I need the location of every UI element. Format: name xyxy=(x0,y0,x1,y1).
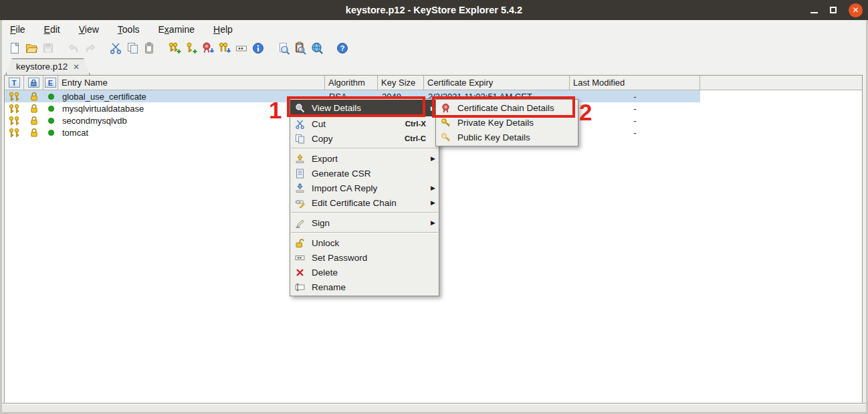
new-keystore-icon xyxy=(8,41,21,55)
open-keystore-icon xyxy=(25,41,38,55)
toolbar: ? xyxy=(2,38,866,58)
examine-ssl-icon xyxy=(310,41,324,55)
expiry-ok-icon xyxy=(43,130,58,136)
menu-item-cut[interactable]: Cut Ctrl-X xyxy=(290,116,439,131)
menu-item-set-password[interactable]: Set Password xyxy=(290,250,439,265)
save-keystore-icon xyxy=(41,41,55,55)
copy-icon xyxy=(294,134,306,144)
shortcut-label: Ctrl-X xyxy=(405,120,426,128)
generate-key-pair-icon xyxy=(168,41,181,55)
properties-button[interactable] xyxy=(249,39,266,56)
key-pair-entry-icon xyxy=(5,92,24,102)
expiry-ok-icon xyxy=(43,118,58,124)
examine-clipboard-button[interactable] xyxy=(292,39,308,56)
cut-icon xyxy=(109,41,122,55)
entry-last-modified: - xyxy=(570,128,700,138)
menu-item-rename[interactable]: Rename xyxy=(290,280,439,294)
set-password-icon xyxy=(235,41,248,55)
help-button[interactable]: ? xyxy=(334,39,350,56)
menu-item-public-key-details[interactable]: Public Key Details xyxy=(436,130,578,144)
entry-name: secondmysqlvdb xyxy=(58,116,325,126)
close-button[interactable]: ✕ xyxy=(849,3,863,17)
lock-column-icon xyxy=(28,78,39,88)
generate-key-pair-button[interactable] xyxy=(166,39,183,56)
examine-file-icon xyxy=(277,41,290,55)
paste-button[interactable] xyxy=(140,39,157,56)
maximize-button[interactable] xyxy=(830,7,837,13)
column-entry-name[interactable]: Entry Name xyxy=(58,76,325,90)
menu-item-delete[interactable]: Delete xyxy=(290,265,439,280)
export-icon xyxy=(294,154,306,164)
menu-tools[interactable]: Tools xyxy=(118,24,140,35)
column-algorithm[interactable]: Algorithm xyxy=(325,76,378,90)
menu-item-generate-csr[interactable]: Generate CSR xyxy=(290,166,439,181)
import-trusted-certificate-button[interactable] xyxy=(199,39,216,56)
column-expiry-status[interactable]: E xyxy=(43,76,58,90)
entry-name: mysqlvirtualdatabase xyxy=(58,104,325,114)
copy-button[interactable] xyxy=(124,39,140,56)
menu-item-sign[interactable]: Sign ▶ xyxy=(290,215,439,230)
tabstrip: keystore.p12 ✕ xyxy=(2,58,866,75)
new-keystore-button[interactable] xyxy=(6,39,23,56)
window-title: keystore.p12 - KeyStore Explorer 5.4.2 xyxy=(346,5,522,15)
examine-ssl-button[interactable] xyxy=(308,39,325,56)
examine-file-button[interactable] xyxy=(275,39,292,56)
column-last-modified[interactable]: Last Modified xyxy=(570,76,700,90)
toolbar-separator xyxy=(325,38,334,58)
expiry-ok-icon xyxy=(43,106,58,112)
generate-csr-icon xyxy=(294,169,306,179)
import-key-pair-icon xyxy=(218,41,231,55)
menu-item-copy[interactable]: Copy Ctrl-C xyxy=(290,131,439,146)
menu-item-unlock[interactable]: Unlock xyxy=(290,235,439,250)
unlock-icon xyxy=(294,238,306,248)
generate-secret-key-button[interactable] xyxy=(183,39,199,56)
redo-button[interactable] xyxy=(82,39,98,56)
menu-item-edit-certificate-chain[interactable]: Edit Certificate Chain ▶ xyxy=(290,195,439,210)
cut-button[interactable] xyxy=(107,39,124,56)
titlebar: keystore.p12 - KeyStore Explorer 5.4.2 ✕ xyxy=(0,0,868,20)
minimize-button[interactable] xyxy=(810,12,818,13)
menubar: File Edit View Tools Examine Help xyxy=(2,20,866,38)
delete-icon xyxy=(294,268,306,278)
locked-entry-icon xyxy=(24,128,43,138)
undo-button[interactable] xyxy=(65,39,82,56)
annotation-step-1: 1 xyxy=(269,98,282,122)
tab-close-icon[interactable]: ✕ xyxy=(73,62,80,72)
column-lock-status[interactable] xyxy=(24,76,43,90)
menu-edit[interactable]: Edit xyxy=(44,24,60,35)
open-keystore-button[interactable] xyxy=(23,39,39,56)
svg-text:?: ? xyxy=(340,44,344,52)
sign-icon xyxy=(294,218,306,228)
help-icon: ? xyxy=(336,41,349,55)
column-certificate-expiry[interactable]: Certificate Expiry xyxy=(424,76,570,90)
private-key-icon xyxy=(440,118,451,128)
examine-clipboard-icon xyxy=(294,41,307,55)
menu-item-import-ca-reply[interactable]: Import CA Reply ▶ xyxy=(290,181,439,195)
import-key-pair-button[interactable] xyxy=(216,39,233,56)
menu-view[interactable]: View xyxy=(79,24,99,35)
save-keystore-button[interactable] xyxy=(39,39,56,56)
window-controls: ✕ xyxy=(810,0,863,20)
menu-help[interactable]: Help xyxy=(213,24,233,35)
set-password-button[interactable] xyxy=(233,39,249,56)
rename-icon xyxy=(294,282,306,292)
table-header: T E Entry Name Algorithm Key Size Certif… xyxy=(5,76,862,90)
expiry-column-icon: E xyxy=(45,78,56,88)
menu-file[interactable]: File xyxy=(10,24,25,35)
key-pair-entry-icon xyxy=(5,104,24,114)
public-key-icon xyxy=(440,132,451,142)
import-trusted-certificate-icon xyxy=(201,41,215,55)
annotation-box-certificate-chain-details xyxy=(432,96,575,118)
column-type[interactable]: T xyxy=(5,76,24,90)
shortcut-label: Ctrl-C xyxy=(405,134,426,142)
tab-keystore-p12[interactable]: keystore.p12 ✕ xyxy=(5,58,90,75)
undo-icon xyxy=(67,41,80,55)
annotation-box-view-details xyxy=(287,96,425,117)
menu-item-export[interactable]: Export ▶ xyxy=(290,151,439,166)
paste-icon xyxy=(142,41,156,55)
menu-examine[interactable]: Examine xyxy=(158,24,195,35)
locked-entry-icon xyxy=(24,116,43,126)
expiry-ok-icon xyxy=(43,94,58,100)
column-key-size[interactable]: Key Size xyxy=(378,76,424,90)
entry-context-menu: View Details ▶ Cut Ctrl-X Copy Ctrl-C Ex… xyxy=(290,98,439,296)
